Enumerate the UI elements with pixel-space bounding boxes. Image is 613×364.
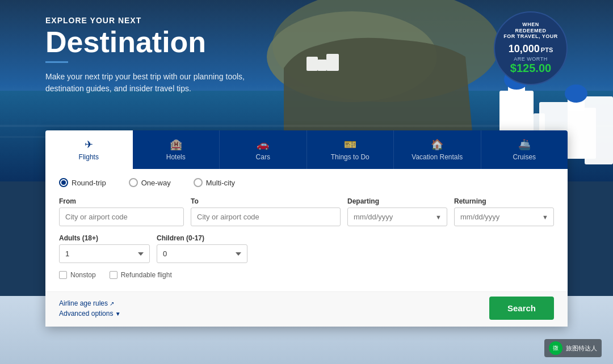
location-date-row: From To Departing ▼ Returning ▼ (59, 197, 554, 226)
hero-description: Make your next trip your best trip with … (45, 71, 284, 95)
departing-input[interactable] (347, 208, 447, 226)
departing-wrapper: ▼ (347, 208, 447, 226)
tab-things-to-do[interactable]: 🎫 Things to Do (307, 130, 394, 169)
children-select[interactable]: 0 1 2 3 (157, 244, 247, 263)
external-link-icon: ↗ (110, 300, 114, 307)
cars-icon: 🚗 (257, 138, 269, 151)
watermark-text: 旅图特达人 (566, 344, 597, 353)
things-icon: 🎫 (344, 138, 356, 151)
tab-hotels[interactable]: 🏨 Hotels (133, 130, 220, 169)
passengers-row: Adults (18+) 1 2 3 4 5 Children (0-17) 0 (59, 234, 554, 263)
tab-vacation-label: Vacation Rentals (412, 153, 463, 161)
roundtrip-label: Round-trip (72, 179, 106, 187)
oneway-option[interactable]: One-way (129, 178, 171, 187)
search-footer: Airline age rules ↗ Advanced options ▼ S… (45, 291, 568, 327)
hero-text-container: EXPLORE YOUR NEXT Destination Make your … (45, 16, 284, 95)
returning-group: Returning ▼ (454, 197, 554, 226)
to-input[interactable] (191, 208, 341, 226)
hero-divider (45, 61, 68, 63)
points-amount: $125.00 (510, 62, 551, 75)
advanced-options-link[interactable]: Advanced options ▼ (59, 310, 121, 318)
returning-wrapper: ▼ (454, 208, 554, 226)
chevron-down-icon: ▼ (115, 311, 121, 317)
footer-left-links: Airline age rules ↗ Advanced options ▼ (59, 299, 121, 318)
airline-age-rules-link[interactable]: Airline age rules ↗ (59, 299, 121, 307)
adults-select[interactable]: 1 2 3 4 5 (59, 244, 150, 263)
departing-group: Departing ▼ (347, 197, 447, 226)
search-container: ✈ Flights 🏨 Hotels 🚗 Cars 🎫 Things to Do… (45, 130, 568, 327)
nonstop-label: Nonstop (70, 271, 96, 279)
children-label: Children (0-17) (157, 234, 247, 242)
vacation-icon: 🏠 (431, 138, 443, 151)
points-when-text: WHEN REDEEMED FOR TRAVEL, YOUR (503, 22, 558, 40)
returning-input[interactable] (454, 208, 554, 226)
multicity-option[interactable]: Multi-city (194, 178, 235, 187)
returning-label: Returning (454, 197, 554, 205)
flights-icon: ✈ (85, 138, 93, 151)
svg-rect-4 (306, 57, 318, 71)
multicity-radio[interactable] (194, 178, 203, 187)
search-button[interactable]: Search (489, 297, 554, 320)
flight-search-panel: Round-trip One-way Multi-city From To (45, 169, 568, 291)
oneway-label: One-way (141, 179, 171, 187)
multicity-label: Multi-city (206, 179, 235, 187)
points-pts: PTS (541, 46, 553, 53)
watermark-icon: 微 (549, 341, 562, 355)
watermark: 微 旅图特达人 (544, 339, 602, 357)
tab-cars-label: Cars (256, 153, 270, 161)
nonstop-option[interactable]: Nonstop (59, 271, 96, 279)
points-value: 10,000 (509, 43, 540, 55)
from-group: From (59, 197, 184, 226)
tab-flights-label: Flights (79, 153, 99, 161)
tab-flights[interactable]: ✈ Flights (45, 130, 133, 169)
points-are-worth-label: ARE WORTH (514, 56, 547, 62)
tab-things-label: Things to Do (331, 153, 370, 161)
svg-rect-15 (585, 96, 613, 164)
from-label: From (59, 197, 184, 205)
oneway-radio[interactable] (129, 178, 138, 187)
tab-cruises[interactable]: 🚢 Cruises (481, 130, 568, 169)
hero-title: Destination (45, 27, 284, 57)
roundtrip-radio[interactable] (59, 178, 68, 187)
points-badge: WHEN REDEEMED FOR TRAVEL, YOUR 10,000 PT… (494, 11, 568, 85)
refundable-label: Refundable flight (121, 271, 172, 279)
departing-label: Departing (347, 197, 447, 205)
adults-wrapper: 1 2 3 4 5 (59, 244, 150, 263)
roundtrip-option[interactable]: Round-trip (59, 178, 106, 187)
refundable-option[interactable]: Refundable flight (110, 271, 172, 279)
hero-subtitle: EXPLORE YOUR NEXT (45, 16, 284, 25)
nonstop-checkbox[interactable] (59, 271, 67, 279)
tab-cars[interactable]: 🚗 Cars (220, 130, 307, 169)
navigation-tabs: ✈ Flights 🏨 Hotels 🚗 Cars 🎫 Things to Do… (45, 130, 568, 169)
tab-hotels-label: Hotels (166, 153, 186, 161)
trip-type-selector: Round-trip One-way Multi-city (59, 178, 554, 187)
children-wrapper: 0 1 2 3 (157, 244, 247, 263)
adults-label: Adults (18+) (59, 234, 150, 242)
hotels-icon: 🏨 (170, 138, 182, 151)
children-group: Children (0-17) 0 1 2 3 (157, 234, 247, 263)
adults-group: Adults (18+) 1 2 3 4 5 (59, 234, 150, 263)
svg-rect-18 (0, 125, 613, 127)
svg-point-17 (565, 84, 587, 103)
cruises-icon: 🚢 (518, 138, 531, 151)
svg-rect-7 (499, 91, 534, 136)
svg-rect-5 (318, 60, 326, 71)
from-input[interactable] (59, 208, 184, 226)
refundable-checkbox[interactable] (110, 271, 117, 279)
to-label: To (191, 197, 341, 205)
flight-options: Nonstop Refundable flight (59, 271, 554, 279)
svg-rect-6 (326, 54, 339, 71)
to-group: To (191, 197, 341, 226)
tab-vacation-rentals[interactable]: 🏠 Vacation Rentals (394, 130, 481, 169)
tab-cruises-label: Cruises (513, 153, 536, 161)
